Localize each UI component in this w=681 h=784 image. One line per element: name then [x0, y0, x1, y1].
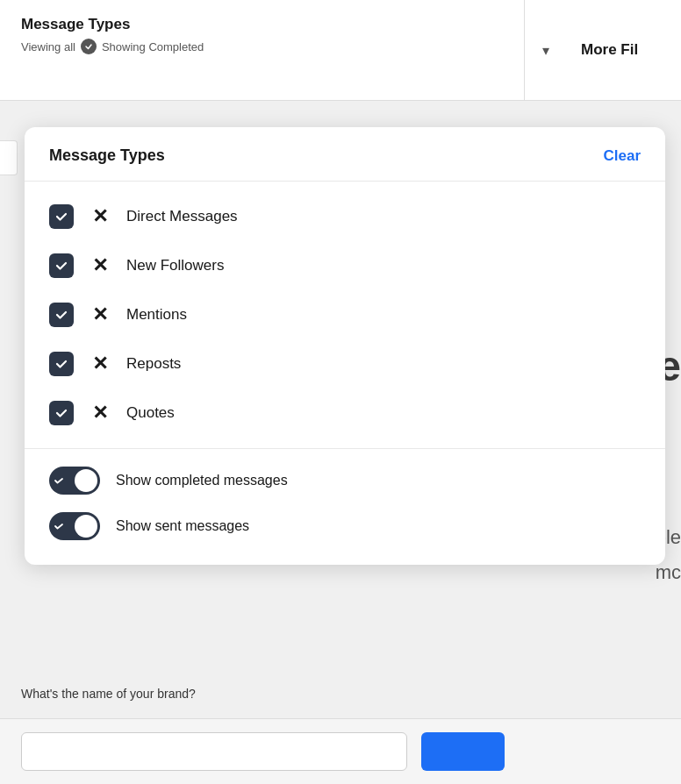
- right-partial-mc: mc: [656, 561, 681, 584]
- toggle-row-sent: Show sent messages: [49, 512, 641, 540]
- header-bar: Message Types Viewing all Showing Comple…: [0, 0, 681, 101]
- toggle-section: Show completed messages Show sent messag…: [25, 448, 665, 565]
- toggle-check-icon: [54, 475, 64, 486]
- show-sent-label: Show sent messages: [116, 518, 249, 534]
- x-logo-icon: ✕: [88, 354, 112, 374]
- header-subtitle: Viewing all Showing Completed: [21, 39, 503, 54]
- toggle-row-completed: Show completed messages: [49, 467, 641, 495]
- message-types-dropdown: Message Types Clear ✕ Direct Messages ✕ …: [25, 127, 665, 565]
- clear-button[interactable]: Clear: [603, 147, 641, 165]
- show-completed-toggle[interactable]: [49, 467, 100, 495]
- toggle-knob: [75, 469, 97, 492]
- bottom-bar: [0, 718, 681, 784]
- list-item-mentions[interactable]: ✕ Mentions: [25, 290, 665, 339]
- new-followers-label: New Followers: [126, 257, 224, 274]
- quotes-label: Quotes: [126, 404, 175, 422]
- x-logo-icon: ✕: [88, 207, 112, 226]
- checkbox-new-followers[interactable]: [49, 253, 74, 278]
- checkbox-quotes[interactable]: [49, 401, 74, 425]
- direct-messages-label: Direct Messages: [126, 208, 238, 225]
- chevron-down-icon[interactable]: ▾: [525, 0, 567, 100]
- completed-check-icon: [81, 39, 97, 54]
- toggle-check-icon: [54, 521, 64, 531]
- x-logo-icon: ✕: [88, 305, 112, 324]
- list-item-reposts[interactable]: ✕ Reposts: [25, 339, 665, 388]
- side-panel-hint: [0, 140, 18, 175]
- list-item-new-followers[interactable]: ✕ New Followers: [25, 241, 665, 290]
- toggle-knob: [75, 515, 97, 538]
- viewing-all-text: Viewing all: [21, 40, 75, 53]
- brand-name-input[interactable]: [21, 732, 407, 771]
- more-filters-label: More Fil: [581, 41, 638, 59]
- x-logo-icon: ✕: [88, 403, 112, 423]
- reposts-label: Reposts: [126, 355, 181, 373]
- header-title: Message Types: [21, 16, 503, 33]
- more-filters[interactable]: More Fil: [567, 0, 681, 100]
- bottom-question: What's the name of your brand?: [21, 687, 196, 701]
- list-item-direct-messages[interactable]: ✕ Direct Messages: [25, 192, 665, 241]
- checkbox-direct-messages[interactable]: [49, 204, 74, 229]
- panel-title: Message Types: [49, 146, 165, 165]
- panel-header: Message Types Clear: [25, 127, 665, 181]
- checkbox-mentions[interactable]: [49, 303, 74, 327]
- submit-button[interactable]: [421, 732, 505, 771]
- show-completed-label: Show completed messages: [116, 473, 288, 488]
- message-type-list: ✕ Direct Messages ✕ New Followers ✕ Ment…: [25, 182, 665, 448]
- showing-completed-text: Showing Completed: [102, 40, 204, 53]
- message-types-filter[interactable]: Message Types Viewing all Showing Comple…: [0, 0, 525, 100]
- mentions-label: Mentions: [126, 306, 187, 324]
- checkbox-reposts[interactable]: [49, 352, 74, 376]
- x-logo-icon: ✕: [88, 256, 112, 275]
- show-sent-toggle[interactable]: [49, 512, 100, 540]
- list-item-quotes[interactable]: ✕ Quotes: [25, 388, 665, 438]
